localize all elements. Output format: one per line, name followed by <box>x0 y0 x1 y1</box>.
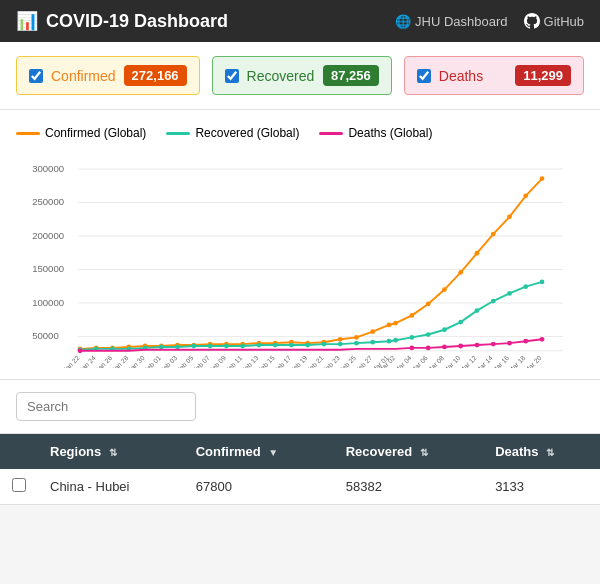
svg-point-59 <box>305 343 310 348</box>
table-col-checkbox <box>0 434 38 469</box>
github-icon <box>524 13 540 29</box>
deaths-value: 11,299 <box>515 65 571 86</box>
deaths-checkbox[interactable] <box>417 69 431 83</box>
svg-point-46 <box>507 291 512 296</box>
confirmed-line <box>80 179 542 349</box>
svg-point-51 <box>426 332 431 337</box>
table-header-row: Regions ⇅ Confirmed ▼ Recovered ⇅ Deaths… <box>0 434 600 469</box>
svg-text:Feb 17: Feb 17 <box>272 354 292 368</box>
recovered-dots <box>78 280 545 353</box>
svg-text:Mar 08: Mar 08 <box>425 354 445 368</box>
table-col-confirmed[interactable]: Confirmed ▼ <box>184 434 334 469</box>
svg-text:Feb 15: Feb 15 <box>256 354 276 368</box>
summary-cards: Confirmed 272,166 Recovered 87,256 Death… <box>0 42 600 110</box>
svg-text:200000: 200000 <box>32 230 64 241</box>
svg-text:Mar 12: Mar 12 <box>458 354 478 368</box>
table-col-deaths[interactable]: Deaths ⇅ <box>483 434 600 469</box>
svg-point-81 <box>426 346 431 351</box>
sort-regions-icon: ⇅ <box>109 447 117 458</box>
legend-deaths: Deaths (Global) <box>319 126 432 140</box>
svg-point-58 <box>322 342 327 347</box>
svg-point-54 <box>387 339 392 344</box>
svg-point-66 <box>191 344 196 349</box>
app-header: 📊 COVID-19 Dashboard 🌐 JHU Dashboard Git… <box>0 0 600 42</box>
legend-confirmed-label: Confirmed (Global) <box>45 126 146 140</box>
chart-container: Confirmed (Global) Recovered (Global) De… <box>0 110 600 380</box>
svg-point-32 <box>387 323 392 328</box>
svg-text:Feb 19: Feb 19 <box>289 354 309 368</box>
confirmed-card: Confirmed 272,166 <box>16 56 200 95</box>
svg-point-60 <box>289 343 294 348</box>
svg-text:Mar 10: Mar 10 <box>442 354 462 368</box>
svg-text:Jan 24: Jan 24 <box>78 354 97 368</box>
svg-point-56 <box>354 341 359 346</box>
svg-point-48 <box>475 308 480 313</box>
table-col-regions[interactable]: Regions ⇅ <box>38 434 184 469</box>
jhu-dashboard-link[interactable]: 🌐 JHU Dashboard <box>395 13 508 29</box>
svg-point-63 <box>240 344 245 349</box>
svg-point-37 <box>458 270 463 275</box>
svg-point-30 <box>354 335 359 340</box>
chart-legend: Confirmed (Global) Recovered (Global) De… <box>16 126 584 140</box>
svg-point-33 <box>393 321 398 326</box>
svg-text:Feb 05: Feb 05 <box>175 354 195 368</box>
svg-text:50000: 50000 <box>32 330 59 341</box>
svg-point-40 <box>507 214 512 219</box>
row-0-recovered: 58382 <box>334 469 483 505</box>
github-link[interactable]: GitHub <box>524 13 584 29</box>
search-area <box>0 380 600 434</box>
row-0-confirmed: 67800 <box>184 469 334 505</box>
svg-point-74 <box>540 337 545 342</box>
svg-text:100000: 100000 <box>32 297 64 308</box>
svg-point-80 <box>442 345 447 350</box>
svg-point-68 <box>159 345 164 350</box>
svg-point-36 <box>442 287 447 292</box>
recovered-value: 87,256 <box>323 65 379 86</box>
sort-recovered-icon: ⇅ <box>420 447 428 458</box>
svg-point-45 <box>523 284 528 289</box>
svg-text:Mar 20: Mar 20 <box>523 354 543 368</box>
legend-recovered-line <box>166 132 190 135</box>
svg-text:250000: 250000 <box>32 196 64 207</box>
svg-text:Feb 03: Feb 03 <box>159 354 179 368</box>
svg-point-39 <box>491 232 496 237</box>
confirmed-value: 272,166 <box>124 65 187 86</box>
row-0-region: China - Hubei <box>38 469 184 505</box>
legend-recovered-label: Recovered (Global) <box>195 126 299 140</box>
svg-point-78 <box>475 343 480 348</box>
confirmed-checkbox[interactable] <box>29 69 43 83</box>
data-table: Regions ⇅ Confirmed ▼ Recovered ⇅ Deaths… <box>0 434 600 505</box>
app-title: 📊 COVID-19 Dashboard <box>16 10 228 32</box>
svg-point-44 <box>540 280 545 285</box>
row-0-checkbox[interactable] <box>12 478 26 492</box>
svg-point-50 <box>442 327 447 332</box>
table-col-recovered[interactable]: Recovered ⇅ <box>334 434 483 469</box>
svg-point-77 <box>491 342 496 347</box>
svg-point-61 <box>273 343 278 348</box>
deaths-label: Deaths <box>439 68 483 84</box>
sort-confirmed-icon: ▼ <box>268 447 278 458</box>
globe-icon: 🌐 <box>395 14 411 29</box>
svg-text:Feb 25: Feb 25 <box>337 354 357 368</box>
x-axis-labels: Jan 22 Jan 24 Jan 26 Jan 28 Jan 30 Feb 0… <box>62 354 543 368</box>
svg-point-49 <box>458 320 463 325</box>
recovered-card: Recovered 87,256 <box>212 56 392 95</box>
svg-text:Feb 27: Feb 27 <box>354 354 374 368</box>
recovered-checkbox[interactable] <box>225 69 239 83</box>
svg-point-42 <box>540 176 545 181</box>
svg-text:Mar 14: Mar 14 <box>474 354 494 368</box>
svg-point-57 <box>338 342 343 347</box>
svg-point-29 <box>338 337 343 342</box>
svg-text:Feb 23: Feb 23 <box>321 354 341 368</box>
svg-point-31 <box>370 329 375 334</box>
svg-point-76 <box>507 341 512 346</box>
table-row: China - Hubei 67800 58382 3133 <box>0 469 600 505</box>
table-container: Regions ⇅ Confirmed ▼ Recovered ⇅ Deaths… <box>0 434 600 505</box>
svg-text:300000: 300000 <box>32 163 64 174</box>
svg-text:Feb 13: Feb 13 <box>240 354 260 368</box>
sort-deaths-icon: ⇅ <box>546 447 554 458</box>
svg-text:Mar 06: Mar 06 <box>409 354 429 368</box>
search-input[interactable] <box>16 392 196 421</box>
recovered-label: Recovered <box>247 68 315 84</box>
svg-text:Jan 30: Jan 30 <box>127 354 146 368</box>
